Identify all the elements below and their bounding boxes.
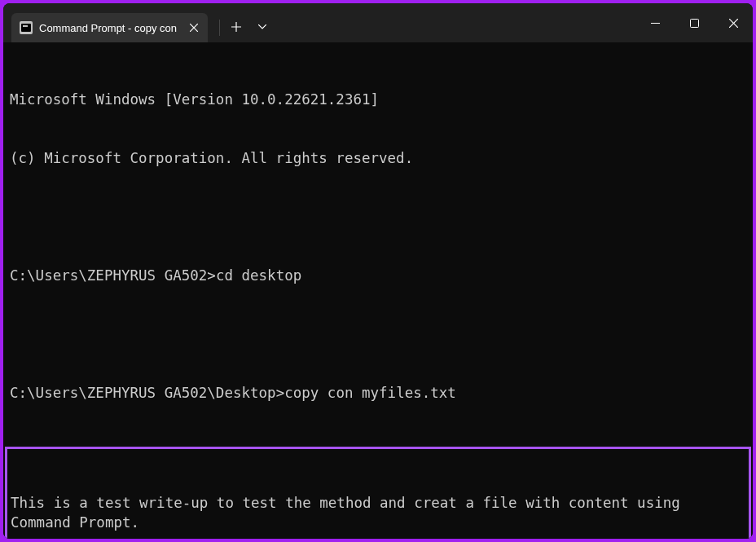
window-close-button[interactable] — [714, 7, 753, 39]
minimize-icon — [651, 23, 660, 24]
window-controls — [635, 3, 753, 42]
command-text: cd desktop — [216, 267, 301, 284]
cmd-icon — [20, 21, 33, 34]
maximize-icon — [690, 19, 699, 28]
prompt-path: C:\Users\ZEPHYRUS GA502\Desktop — [10, 385, 276, 401]
tab-dropdown-button[interactable] — [249, 14, 275, 40]
input-text: This is a test write-up to test the meth… — [11, 493, 745, 532]
terminal-window: Command Prompt - copy con — [3, 3, 753, 539]
tab-title: Command Prompt - copy con — [39, 22, 177, 34]
tab-divider — [219, 20, 220, 36]
close-icon — [729, 19, 738, 28]
titlebar-left: Command Prompt - copy con — [3, 3, 275, 42]
prompt-line-2: C:\Users\ZEPHYRUS GA502\Desktop>copy con… — [10, 383, 746, 403]
minimize-button[interactable] — [635, 7, 675, 39]
command-text: copy con myfiles.txt — [284, 385, 456, 401]
blank-line — [10, 324, 746, 344]
copyright-line: (c) Microsoft Corporation. All rights re… — [10, 148, 746, 168]
maximize-button[interactable] — [675, 7, 714, 39]
prompt-char: > — [276, 385, 285, 401]
titlebar: Command Prompt - copy con — [3, 3, 753, 42]
new-tab-button[interactable] — [223, 14, 249, 40]
prompt-path: C:\Users\ZEPHYRUS GA502 — [10, 267, 207, 284]
chevron-down-icon — [258, 24, 266, 29]
terminal-content[interactable]: Microsoft Windows [Version 10.0.22621.23… — [3, 42, 753, 539]
plus-icon — [231, 22, 241, 32]
highlighted-region: This is a test write-up to test the meth… — [5, 447, 751, 539]
tab-close-button[interactable] — [187, 20, 201, 35]
version-line: Microsoft Windows [Version 10.0.22621.23… — [10, 90, 746, 109]
blank-line — [10, 207, 746, 227]
prompt-char: > — [207, 267, 216, 284]
prompt-line-1: C:\Users\ZEPHYRUS GA502>cd desktop — [10, 266, 746, 285]
svg-rect-5 — [690, 19, 698, 27]
close-icon — [190, 24, 198, 32]
active-tab[interactable]: Command Prompt - copy con — [11, 13, 208, 42]
